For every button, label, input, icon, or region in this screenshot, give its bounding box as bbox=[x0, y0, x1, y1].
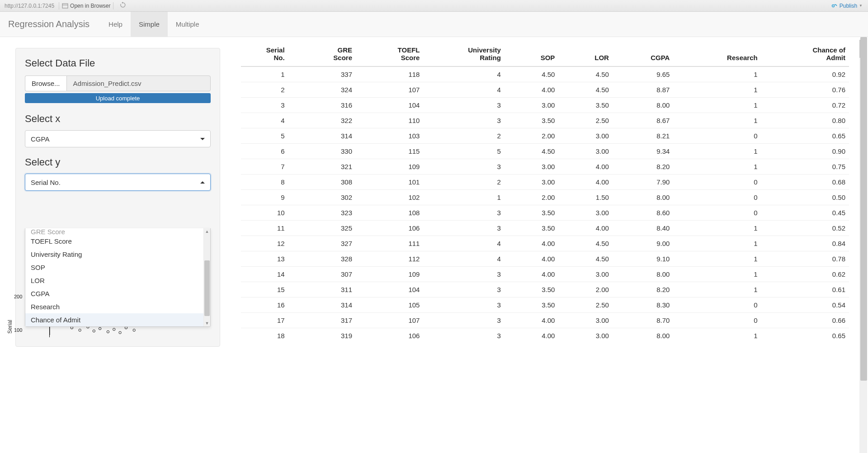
reload-icon bbox=[120, 2, 126, 8]
table-cell: 4.00 bbox=[558, 159, 613, 175]
table-cell: 0.61 bbox=[761, 282, 849, 297]
page-scrollbar[interactable] bbox=[860, 37, 867, 453]
table-cell: 8.00 bbox=[613, 190, 674, 205]
table-cell: 0.80 bbox=[761, 113, 849, 128]
select-x-input[interactable]: CGPA bbox=[25, 130, 211, 147]
table-cell: 0.52 bbox=[761, 221, 849, 236]
table-cell: 314 bbox=[288, 297, 356, 313]
table-cell: 3.50 bbox=[505, 113, 559, 128]
table-cell: 323 bbox=[288, 205, 356, 221]
table-cell: 330 bbox=[288, 144, 356, 159]
table-row: 1132510633.504.008.4010.52 bbox=[241, 221, 849, 236]
table-cell: 3 bbox=[423, 98, 504, 113]
table-cell: 3.00 bbox=[558, 205, 613, 221]
dropdown-option[interactable]: CGPA bbox=[25, 287, 203, 300]
publish-button[interactable]: Publish ▼ bbox=[829, 3, 865, 9]
select-y-input[interactable]: Serial No. bbox=[25, 174, 211, 191]
table-cell: 302 bbox=[288, 190, 356, 205]
table-row: 930210212.001.508.0000.50 bbox=[241, 190, 849, 205]
scroll-down-icon[interactable]: ▼ bbox=[204, 320, 210, 326]
table-cell: 3.50 bbox=[505, 221, 559, 236]
table-cell: 0.92 bbox=[761, 66, 849, 82]
nav-tabs: Help Simple Multiple bbox=[100, 12, 207, 37]
dropdown-option[interactable]: LOR bbox=[25, 274, 203, 287]
table-cell: 8 bbox=[241, 175, 288, 190]
dropdown-option[interactable]: TOEFL Score bbox=[25, 235, 203, 248]
table-cell: 4.50 bbox=[505, 144, 559, 159]
dropdown-scrollbar[interactable]: ▲ ▼ bbox=[203, 228, 210, 326]
file-section-label: Select Data File bbox=[25, 57, 211, 69]
table-cell: 4.00 bbox=[558, 175, 613, 190]
table-cell: 3 bbox=[423, 221, 504, 236]
dropdown-option-truncated[interactable]: GRE Score bbox=[25, 228, 203, 235]
table-cell: 0.66 bbox=[761, 313, 849, 328]
table-row: 531410322.003.008.2100.65 bbox=[241, 128, 849, 144]
table-cell: 105 bbox=[356, 297, 423, 313]
table-cell: 3 bbox=[423, 313, 504, 328]
table-cell: 337 bbox=[288, 66, 356, 82]
select-y-label: Select y bbox=[25, 156, 211, 168]
table-cell: 103 bbox=[356, 128, 423, 144]
table-cell: 3.00 bbox=[558, 267, 613, 282]
table-cell: 109 bbox=[356, 267, 423, 282]
separator bbox=[59, 2, 59, 9]
svg-point-47 bbox=[79, 329, 81, 331]
svg-point-51 bbox=[107, 330, 109, 333]
table-cell: 4.00 bbox=[505, 236, 559, 251]
svg-point-49 bbox=[93, 330, 95, 332]
open-in-browser-button[interactable]: Open in Browser bbox=[62, 3, 110, 9]
svg-point-46 bbox=[71, 326, 73, 329]
table-cell: 107 bbox=[356, 313, 423, 328]
table-cell: 17 bbox=[241, 313, 288, 328]
table-cell: 1 bbox=[673, 113, 761, 128]
col-header: TOEFLScore bbox=[356, 43, 423, 66]
table-cell: 8.20 bbox=[613, 282, 674, 297]
table-row: 1631410533.502.508.3000.54 bbox=[241, 297, 849, 313]
table-cell: 4.00 bbox=[505, 82, 559, 98]
table-cell: 3 bbox=[423, 113, 504, 128]
table-cell: 311 bbox=[288, 282, 356, 297]
svg-rect-0 bbox=[62, 4, 68, 8]
table-cell: 3.00 bbox=[558, 128, 613, 144]
scroll-thumb[interactable] bbox=[204, 260, 210, 316]
dropdown-option[interactable]: University Rating bbox=[25, 248, 203, 261]
table-cell: 112 bbox=[356, 251, 423, 267]
table-cell: 3.50 bbox=[505, 205, 559, 221]
table-cell: 8.60 bbox=[613, 205, 674, 221]
dropdown-option[interactable]: Chance of Admit bbox=[25, 313, 203, 326]
table-cell: 9.00 bbox=[613, 236, 674, 251]
table-cell: 0.72 bbox=[761, 98, 849, 113]
nav-simple[interactable]: Simple bbox=[131, 12, 168, 37]
browse-button[interactable]: Browse... bbox=[25, 76, 66, 91]
table-cell: 8.21 bbox=[613, 128, 674, 144]
dropdown-option[interactable]: Research bbox=[25, 300, 203, 313]
table-cell: 1.50 bbox=[558, 190, 613, 205]
table-cell: 3 bbox=[423, 328, 504, 344]
table-cell: 314 bbox=[288, 128, 356, 144]
scroll-thumb[interactable] bbox=[860, 37, 867, 381]
reload-button[interactable] bbox=[120, 2, 126, 9]
table-cell: 8.00 bbox=[613, 328, 674, 344]
table-cell: 0.68 bbox=[761, 175, 849, 190]
table-cell: 2 bbox=[423, 175, 504, 190]
table-cell: 102 bbox=[356, 190, 423, 205]
table-cell: 0 bbox=[673, 128, 761, 144]
table-cell: 0.75 bbox=[761, 159, 849, 175]
table-cell: 14 bbox=[241, 267, 288, 282]
table-cell: 3 bbox=[241, 98, 288, 113]
table-row: 633011554.503.009.3410.90 bbox=[241, 144, 849, 159]
table-cell: 0 bbox=[673, 175, 761, 190]
scroll-up-icon[interactable]: ▲ bbox=[204, 228, 210, 235]
table-cell: 13 bbox=[241, 251, 288, 267]
table-cell: 0.54 bbox=[761, 297, 849, 313]
dropdown-option[interactable]: SOP bbox=[25, 261, 203, 274]
table-cell: 0 bbox=[673, 297, 761, 313]
table-cell: 9 bbox=[241, 190, 288, 205]
svg-point-50 bbox=[99, 327, 101, 330]
table-cell: 6 bbox=[241, 144, 288, 159]
nav-multiple[interactable]: Multiple bbox=[168, 12, 208, 37]
table-row: 1332811244.004.509.1010.78 bbox=[241, 251, 849, 267]
nav-help[interactable]: Help bbox=[100, 12, 131, 37]
table-row: 830810123.004.007.9000.68 bbox=[241, 175, 849, 190]
table-cell: 4.00 bbox=[505, 267, 559, 282]
